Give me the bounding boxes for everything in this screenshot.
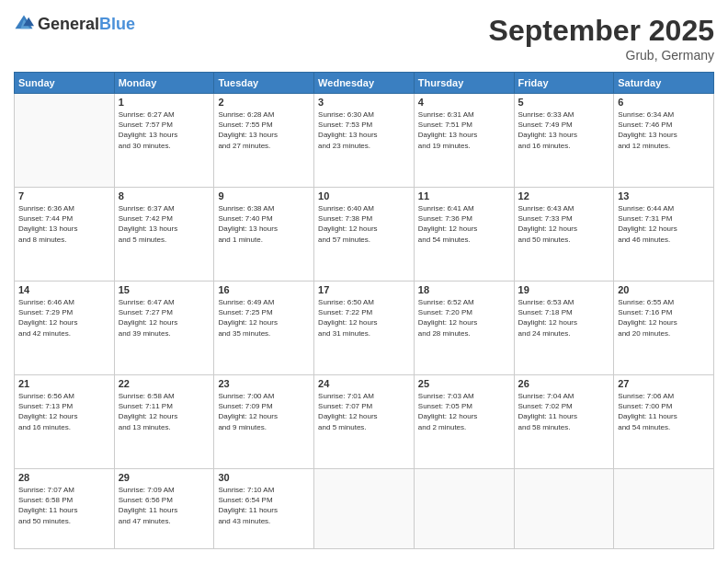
calendar-cell: 9Sunrise: 6:38 AM Sunset: 7:40 PM Daylig… (214, 187, 314, 281)
day-number: 11 (418, 190, 510, 201)
calendar-cell: 23Sunrise: 7:00 AM Sunset: 7:09 PM Dayli… (214, 374, 314, 468)
day-number: 26 (518, 378, 610, 389)
day-number: 28 (18, 472, 110, 483)
calendar-cell: 10Sunrise: 6:40 AM Sunset: 7:38 PM Dayli… (314, 187, 415, 281)
day-info: Sunrise: 6:31 AM Sunset: 7:51 PM Dayligh… (418, 109, 510, 151)
header-saturday: Saturday (614, 73, 714, 94)
calendar-table: Sunday Monday Tuesday Wednesday Thursday… (14, 72, 714, 549)
calendar-cell: 11Sunrise: 6:41 AM Sunset: 7:36 PM Dayli… (414, 187, 514, 281)
day-info: Sunrise: 6:53 AM Sunset: 7:18 PM Dayligh… (518, 297, 610, 339)
calendar-cell (614, 468, 714, 548)
day-number: 14 (18, 284, 110, 295)
day-number: 5 (518, 97, 610, 108)
header-sunday: Sunday (15, 73, 115, 94)
day-info: Sunrise: 7:07 AM Sunset: 6:58 PM Dayligh… (18, 485, 110, 526)
day-number: 23 (218, 378, 310, 389)
calendar-cell (414, 468, 514, 548)
header: GeneralBlue September 2025 Grub, Germany (14, 14, 714, 63)
calendar-cell: 6Sunrise: 6:34 AM Sunset: 7:46 PM Daylig… (614, 94, 714, 188)
calendar-cell: 29Sunrise: 7:09 AM Sunset: 6:56 PM Dayli… (114, 468, 214, 548)
day-info: Sunrise: 6:40 AM Sunset: 7:38 PM Dayligh… (318, 203, 410, 245)
day-number: 27 (618, 378, 710, 389)
calendar-cell: 17Sunrise: 6:50 AM Sunset: 7:22 PM Dayli… (314, 281, 415, 374)
day-info: Sunrise: 7:01 AM Sunset: 7:07 PM Dayligh… (318, 391, 410, 432)
day-number: 21 (18, 378, 110, 389)
logo-text-blue: Blue (99, 15, 135, 33)
day-info: Sunrise: 6:27 AM Sunset: 7:57 PM Dayligh… (119, 109, 210, 151)
day-info: Sunrise: 6:36 AM Sunset: 7:44 PM Dayligh… (18, 203, 110, 245)
day-info: Sunrise: 6:58 AM Sunset: 7:11 PM Dayligh… (119, 391, 210, 432)
day-info: Sunrise: 7:04 AM Sunset: 7:02 PM Dayligh… (518, 391, 610, 432)
calendar-cell (514, 468, 614, 548)
calendar-cell: 7Sunrise: 6:36 AM Sunset: 7:44 PM Daylig… (15, 187, 115, 281)
header-wednesday: Wednesday (314, 73, 415, 94)
day-number: 2 (218, 97, 310, 108)
day-info: Sunrise: 6:41 AM Sunset: 7:36 PM Dayligh… (418, 203, 510, 245)
calendar-cell: 12Sunrise: 6:43 AM Sunset: 7:33 PM Dayli… (514, 187, 614, 281)
calendar-cell: 20Sunrise: 6:55 AM Sunset: 7:16 PM Dayli… (614, 281, 714, 374)
calendar-cell: 24Sunrise: 7:01 AM Sunset: 7:07 PM Dayli… (314, 374, 415, 468)
day-info: Sunrise: 7:06 AM Sunset: 7:00 PM Dayligh… (618, 391, 710, 432)
day-info: Sunrise: 7:10 AM Sunset: 6:54 PM Dayligh… (218, 485, 310, 526)
day-number: 25 (418, 378, 510, 389)
day-number: 13 (618, 190, 710, 201)
day-info: Sunrise: 6:52 AM Sunset: 7:20 PM Dayligh… (418, 297, 510, 339)
day-number: 24 (318, 378, 410, 389)
calendar-cell: 28Sunrise: 7:07 AM Sunset: 6:58 PM Dayli… (15, 468, 115, 548)
day-number: 1 (119, 97, 210, 108)
day-info: Sunrise: 6:34 AM Sunset: 7:46 PM Dayligh… (618, 109, 710, 151)
title-section: September 2025 Grub, Germany (489, 14, 714, 63)
calendar-cell: 4Sunrise: 6:31 AM Sunset: 7:51 PM Daylig… (414, 94, 514, 188)
calendar-cell: 21Sunrise: 6:56 AM Sunset: 7:13 PM Dayli… (15, 374, 115, 468)
day-number: 4 (418, 97, 510, 108)
calendar-cell (15, 94, 115, 188)
calendar-cell: 15Sunrise: 6:47 AM Sunset: 7:27 PM Dayli… (114, 281, 214, 374)
day-info: Sunrise: 6:38 AM Sunset: 7:40 PM Dayligh… (218, 203, 310, 245)
calendar-cell: 13Sunrise: 6:44 AM Sunset: 7:31 PM Dayli… (614, 187, 714, 281)
day-number: 6 (618, 97, 710, 108)
day-info: Sunrise: 6:37 AM Sunset: 7:42 PM Dayligh… (119, 203, 210, 245)
day-info: Sunrise: 6:28 AM Sunset: 7:55 PM Dayligh… (218, 109, 310, 151)
day-number: 10 (318, 190, 410, 201)
day-info: Sunrise: 6:50 AM Sunset: 7:22 PM Dayligh… (318, 297, 410, 339)
month-title: September 2025 (489, 14, 714, 48)
calendar-cell: 8Sunrise: 6:37 AM Sunset: 7:42 PM Daylig… (114, 187, 214, 281)
calendar-cell: 3Sunrise: 6:30 AM Sunset: 7:53 PM Daylig… (314, 94, 415, 188)
day-info: Sunrise: 6:30 AM Sunset: 7:53 PM Dayligh… (318, 109, 410, 151)
day-info: Sunrise: 7:00 AM Sunset: 7:09 PM Dayligh… (218, 391, 310, 432)
day-number: 22 (119, 378, 210, 389)
day-number: 17 (318, 284, 410, 295)
logo-icon (14, 14, 34, 34)
day-info: Sunrise: 6:55 AM Sunset: 7:16 PM Dayligh… (618, 297, 710, 339)
day-number: 9 (218, 190, 310, 201)
day-number: 16 (218, 284, 310, 295)
day-info: Sunrise: 6:49 AM Sunset: 7:25 PM Dayligh… (218, 297, 310, 339)
day-number: 3 (318, 97, 410, 108)
header-tuesday: Tuesday (214, 73, 314, 94)
day-info: Sunrise: 6:56 AM Sunset: 7:13 PM Dayligh… (18, 391, 110, 432)
day-info: Sunrise: 6:47 AM Sunset: 7:27 PM Dayligh… (119, 297, 210, 339)
logo-text-general: General (38, 15, 99, 33)
day-info: Sunrise: 6:43 AM Sunset: 7:33 PM Dayligh… (518, 203, 610, 245)
calendar-cell: 5Sunrise: 6:33 AM Sunset: 7:49 PM Daylig… (514, 94, 614, 188)
day-info: Sunrise: 7:03 AM Sunset: 7:05 PM Dayligh… (418, 391, 510, 432)
calendar-cell: 27Sunrise: 7:06 AM Sunset: 7:00 PM Dayli… (614, 374, 714, 468)
day-number: 30 (218, 472, 310, 483)
header-thursday: Thursday (414, 73, 514, 94)
calendar-cell: 22Sunrise: 6:58 AM Sunset: 7:11 PM Dayli… (114, 374, 214, 468)
day-number: 20 (618, 284, 710, 295)
day-number: 7 (18, 190, 110, 201)
calendar-cell: 19Sunrise: 6:53 AM Sunset: 7:18 PM Dayli… (514, 281, 614, 374)
calendar-cell: 26Sunrise: 7:04 AM Sunset: 7:02 PM Dayli… (514, 374, 614, 468)
day-info: Sunrise: 6:46 AM Sunset: 7:29 PM Dayligh… (18, 297, 110, 339)
day-info: Sunrise: 7:09 AM Sunset: 6:56 PM Dayligh… (119, 485, 210, 526)
calendar-cell: 2Sunrise: 6:28 AM Sunset: 7:55 PM Daylig… (214, 94, 314, 188)
day-number: 18 (418, 284, 510, 295)
calendar-header-row: Sunday Monday Tuesday Wednesday Thursday… (15, 73, 714, 94)
header-monday: Monday (114, 73, 214, 94)
calendar-cell: 25Sunrise: 7:03 AM Sunset: 7:05 PM Dayli… (414, 374, 514, 468)
page: GeneralBlue September 2025 Grub, Germany… (0, 0, 728, 563)
day-number: 8 (119, 190, 210, 201)
calendar-cell: 14Sunrise: 6:46 AM Sunset: 7:29 PM Dayli… (15, 281, 115, 374)
calendar-cell: 18Sunrise: 6:52 AM Sunset: 7:20 PM Dayli… (414, 281, 514, 374)
